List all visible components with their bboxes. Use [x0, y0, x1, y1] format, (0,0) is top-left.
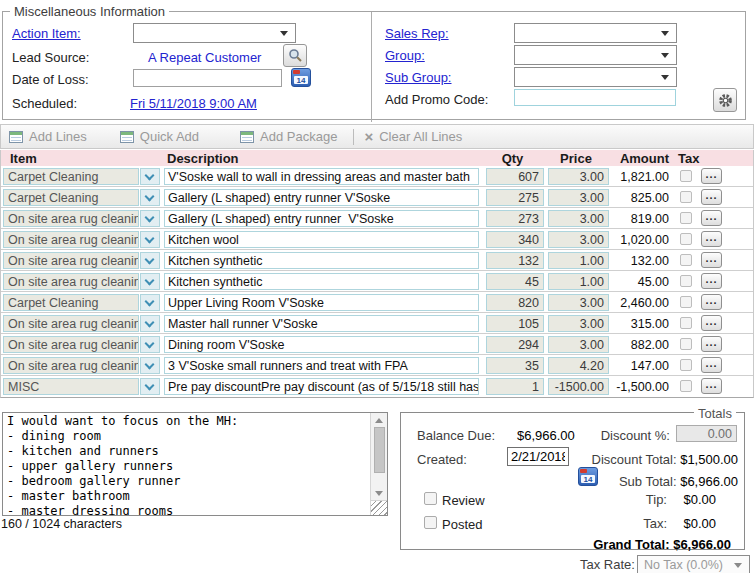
description-input[interactable]: Pre pay discountPre pay discount (as of … [164, 378, 479, 395]
item-select[interactable]: On site area rug cleaning [3, 336, 139, 353]
item-dropdown-button[interactable] [140, 294, 160, 311]
price-input[interactable]: 3.00 [548, 294, 609, 311]
sub-group-select[interactable] [514, 67, 677, 87]
lead-source-value[interactable]: A Repeat Customer [148, 50, 261, 65]
item-select[interactable]: On site area rug cleaning [3, 273, 139, 290]
sales-rep-select[interactable] [514, 23, 677, 43]
price-input[interactable]: 3.00 [548, 231, 609, 248]
tax-checkbox[interactable] [680, 170, 692, 182]
item-dropdown-button[interactable] [140, 336, 160, 353]
tax-checkbox[interactable] [680, 338, 692, 350]
item-select[interactable]: On site area rug cleaning [3, 315, 139, 332]
item-select[interactable]: On site area rug cleaning [3, 210, 139, 227]
description-input[interactable]: V'Soske wall to wall in dressing areas a… [164, 168, 479, 185]
description-input[interactable]: Kitchen synthetic [164, 252, 479, 269]
lead-source-search-button[interactable] [283, 44, 307, 67]
line-options-button[interactable]: ... [701, 357, 722, 373]
posted-checkbox[interactable] [424, 516, 437, 529]
tax-checkbox[interactable] [680, 233, 692, 245]
line-options-button[interactable]: ... [701, 336, 722, 352]
quick-add-button[interactable]: Quick Add [120, 129, 199, 144]
action-item-select[interactable] [133, 23, 296, 43]
review-checkbox[interactable] [424, 492, 437, 505]
line-options-button[interactable]: ... [701, 294, 722, 310]
description-input[interactable]: Kitchen wool [164, 231, 479, 248]
qty-input[interactable]: 607 [486, 168, 544, 185]
item-select[interactable]: On site area rug cleaning [3, 231, 139, 248]
item-select[interactable]: On site area rug cleaning [3, 252, 139, 269]
promo-code-button[interactable] [713, 88, 737, 112]
item-dropdown-button[interactable] [140, 273, 160, 290]
discount-pct-input[interactable] [676, 425, 737, 442]
description-input[interactable]: Gallery (L shaped) entry runner V'Soske [164, 189, 479, 206]
line-options-button[interactable]: ... [701, 273, 722, 289]
resize-grip-icon[interactable] [371, 500, 387, 515]
qty-input[interactable]: 45 [486, 273, 544, 290]
description-input[interactable]: Upper Living Room V'Soske [164, 294, 479, 311]
price-input[interactable]: 3.00 [548, 210, 609, 227]
item-dropdown-button[interactable] [140, 231, 160, 248]
item-select[interactable]: Carpet Cleaning [3, 294, 139, 311]
group-link[interactable]: Group: [385, 48, 425, 63]
tax-checkbox[interactable] [680, 359, 692, 371]
group-select[interactable] [514, 45, 677, 65]
price-input[interactable]: 1.00 [548, 252, 609, 269]
line-options-button[interactable]: ... [701, 168, 722, 184]
item-dropdown-button[interactable] [140, 315, 160, 332]
item-dropdown-button[interactable] [140, 210, 160, 227]
line-options-button[interactable]: ... [701, 189, 722, 205]
item-select[interactable]: On site area rug cleaning [3, 357, 139, 374]
qty-input[interactable]: 105 [486, 315, 544, 332]
qty-input[interactable]: 294 [486, 336, 544, 353]
line-options-button[interactable]: ... [701, 231, 722, 247]
item-dropdown-button[interactable] [140, 357, 160, 374]
notes-scrollbar[interactable] [370, 413, 387, 515]
price-input[interactable]: 4.20 [548, 357, 609, 374]
tax-checkbox[interactable] [680, 254, 692, 266]
item-dropdown-button[interactable] [140, 252, 160, 269]
action-item-link[interactable]: Action Item: [12, 26, 81, 41]
price-input[interactable]: 3.00 [548, 315, 609, 332]
scrollbar-thumb[interactable] [374, 427, 385, 473]
scheduled-link[interactable]: Fri 5/11/2018 9:00 AM [130, 96, 257, 111]
tax-checkbox[interactable] [680, 275, 692, 287]
tax-checkbox[interactable] [680, 380, 692, 392]
qty-input[interactable]: 35 [486, 357, 544, 374]
description-input[interactable]: Kitchen synthetic [164, 273, 479, 290]
price-input[interactable]: -1500.00 [548, 378, 609, 395]
line-options-button[interactable]: ... [701, 378, 722, 394]
qty-input[interactable]: 820 [486, 294, 544, 311]
tax-checkbox[interactable] [680, 212, 692, 224]
description-input[interactable]: Gallery (L shaped) entry runner V'Soske [164, 210, 479, 227]
item-select[interactable]: MISC [3, 378, 139, 395]
qty-input[interactable]: 340 [486, 231, 544, 248]
tax-rate-select[interactable]: No Tax (0.0%) [637, 555, 750, 573]
item-dropdown-button[interactable] [140, 189, 160, 206]
sales-rep-link[interactable]: Sales Rep: [385, 26, 449, 41]
sub-group-link[interactable]: Sub Group: [385, 70, 452, 85]
promo-code-input[interactable] [514, 89, 676, 106]
price-input[interactable]: 1.00 [548, 273, 609, 290]
tax-checkbox[interactable] [680, 317, 692, 329]
scroll-down-icon[interactable] [372, 486, 387, 500]
qty-input[interactable]: 132 [486, 252, 544, 269]
date-of-loss-calendar-icon[interactable]: 14 [291, 68, 311, 87]
description-input[interactable]: Master hall runner V'Soske [164, 315, 479, 332]
item-select[interactable]: Carpet Cleaning [3, 189, 139, 206]
price-input[interactable]: 3.00 [548, 336, 609, 353]
price-input[interactable]: 3.00 [548, 189, 609, 206]
item-select[interactable]: Carpet Cleaning [3, 168, 139, 185]
description-input[interactable]: Dining room V'Soske [164, 336, 479, 353]
description-input[interactable]: 3 V'Soske small runners and treat with F… [164, 357, 479, 374]
tax-checkbox[interactable] [680, 191, 692, 203]
clear-all-lines-button[interactable]: × Clear All Lines [364, 129, 462, 144]
line-options-button[interactable]: ... [701, 315, 722, 331]
item-dropdown-button[interactable] [140, 378, 160, 395]
line-options-button[interactable]: ... [701, 252, 722, 268]
notes-textarea[interactable]: I would want to focus on the MH: - dinin… [2, 412, 388, 516]
item-dropdown-button[interactable] [140, 168, 160, 185]
qty-input[interactable]: 273 [486, 210, 544, 227]
line-options-button[interactable]: ... [701, 210, 722, 226]
qty-input[interactable]: 275 [486, 189, 544, 206]
add-lines-button[interactable]: Add Lines [9, 129, 87, 144]
